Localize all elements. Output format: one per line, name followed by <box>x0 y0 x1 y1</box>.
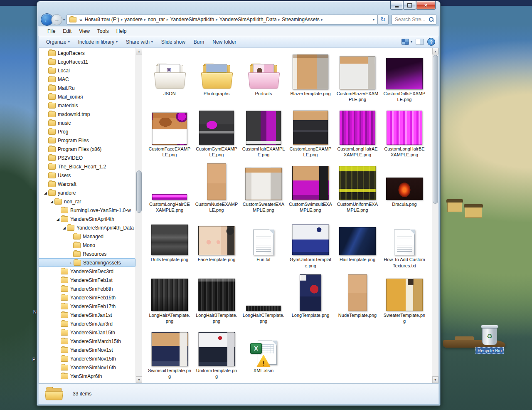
file-item[interactable]: X!XML.xlsm <box>241 328 286 379</box>
tree-item-prog[interactable]: Prog <box>39 127 135 136</box>
tree-item-mac[interactable]: MAC <box>39 75 135 84</box>
forward-button[interactable]: → <box>51 14 62 25</box>
file-item[interactable]: LongHairATemplate.png <box>147 273 192 324</box>
toolbar-burn[interactable]: Burn <box>190 38 208 46</box>
toolbar-new-folder[interactable]: New folder <box>208 38 240 46</box>
file-item[interactable]: CustomLongEXAMPLE.png <box>288 106 333 158</box>
tree-item-yanderesimapril4th-data[interactable]: ◢YandereSimApril4th_Data <box>39 223 135 232</box>
file-item[interactable]: Photographs <box>194 51 239 102</box>
toolbar-share-with[interactable]: Share with▾ <box>122 38 157 46</box>
toolbar-organize[interactable]: Organize▾ <box>42 38 74 46</box>
tree-item-legoraces11[interactable]: LegoRaces11 <box>39 57 135 66</box>
file-item[interactable]: NudeTemplate.png <box>335 273 380 324</box>
tree-item-yanderesimnov1st[interactable]: YandereSimNov1st <box>39 346 135 354</box>
menu-edit[interactable]: Edit <box>59 27 75 35</box>
breadcrumb-overflow-chevrons[interactable]: « <box>79 17 83 22</box>
minimize-button[interactable] <box>390 1 403 10</box>
expanded-arrow-icon[interactable]: ◢ <box>49 200 54 204</box>
refresh-button[interactable]: ↻ <box>378 15 389 25</box>
file-item[interactable]: LongHairBTemplate.png <box>194 273 239 324</box>
toolbar-slide-show[interactable]: Slide show <box>157 38 190 46</box>
tree-item-streamingassets[interactable]: ▸StreamingAssets <box>39 258 135 267</box>
file-item[interactable]: GymUniformTemplate.png <box>288 217 333 268</box>
file-item[interactable]: JSON <box>147 51 192 102</box>
tree-item-managed[interactable]: Managed <box>39 232 135 241</box>
scroll-down-icon[interactable]: ▼ <box>432 376 438 383</box>
menu-view[interactable]: View <box>75 27 94 35</box>
main-scroll-thumb[interactable] <box>433 55 438 204</box>
menu-tools[interactable]: Tools <box>94 27 113 35</box>
file-item[interactable]: LongTemplate.png <box>288 273 333 324</box>
file-item[interactable]: CustomLongHairBEXAMPLE.png <box>382 106 427 158</box>
file-item[interactable]: How To Add Custom Textures.txt <box>382 217 427 268</box>
tree-item-yandere[interactable]: ◢yandere <box>39 188 135 197</box>
breadcrumb-segment[interactable]: YandereSimApril4th_Data <box>218 17 278 22</box>
tree-item-yanderesimmarch15th[interactable]: YandereSimMarch15th <box>39 337 135 346</box>
main-scroll-track[interactable] <box>432 54 438 376</box>
file-item[interactable]: Fun.txt <box>241 217 286 268</box>
tree-item-users[interactable]: Users <box>39 171 135 180</box>
search-box[interactable] <box>392 15 436 25</box>
tree-item-program-files[interactable]: Program Files <box>39 136 135 145</box>
tree-item-mono[interactable]: Mono <box>39 241 135 249</box>
tree-item-warcraft[interactable]: Warcraft <box>39 180 135 188</box>
main-scrollbar[interactable]: ▲ ▼ <box>432 48 438 383</box>
breadcrumb-segment[interactable]: yandere <box>123 17 144 22</box>
file-item[interactable]: UniformTemplate.png <box>194 328 239 379</box>
tree-item-local[interactable]: Local <box>39 66 135 75</box>
toolbar-include-in-library[interactable]: Include in library▾ <box>74 38 122 46</box>
preview-pane-icon[interactable] <box>416 39 424 45</box>
menu-help[interactable]: Help <box>113 27 131 35</box>
tree-item-materials[interactable]: materials <box>39 101 135 110</box>
tree-item-yansimapr6th[interactable]: YanSimApr6th <box>39 372 135 380</box>
title-bar[interactable]: × <box>38 1 439 14</box>
breadcrumb-segment[interactable]: Новый том (E:) <box>83 17 121 22</box>
file-item[interactable]: CustomDrillsEXAMPLE.png <box>382 51 427 102</box>
breadcrumb-segment[interactable]: StreamingAssets <box>280 17 321 22</box>
menu-file[interactable]: File <box>44 27 59 35</box>
maximize-button[interactable] <box>403 1 416 10</box>
tree-item-burninglove-yansim-1-0-w[interactable]: BurningLove-YanSim-1.0-w <box>39 206 135 215</box>
file-item[interactable]: CustomSweaterEXAMPLE.png <box>241 162 286 213</box>
tree-item-yanderesimapril4th[interactable]: ◢YandereSimApril4th <box>39 215 135 223</box>
scroll-down-icon[interactable]: ▼ <box>136 376 142 383</box>
tree-item-yanderesimfeb8th[interactable]: YandereSimFeb8th <box>39 284 135 293</box>
expanded-arrow-icon[interactable]: ◢ <box>43 191 48 195</box>
history-dropdown-icon[interactable]: ▾ <box>62 18 66 22</box>
file-item[interactable]: CustomFaceEXAMPLE.png <box>147 106 192 158</box>
file-item[interactable]: BlazerTemplate.png <box>288 51 333 102</box>
file-item[interactable]: CustomBlazerEXAMPLE.png <box>335 51 380 102</box>
file-item[interactable]: CustomGymEXAMPLE.png <box>194 106 239 158</box>
file-item[interactable]: DrillsTemplate.png <box>147 217 192 268</box>
address-dropdown-icon[interactable]: ▾ <box>371 18 377 22</box>
collapsed-arrow-icon[interactable]: ▸ <box>68 261 74 265</box>
change-view-dropdown-icon[interactable]: ▾ <box>411 40 412 44</box>
file-item[interactable]: CustomNudeEXAMPLE.png <box>194 162 239 213</box>
expanded-arrow-icon[interactable]: ◢ <box>55 217 61 221</box>
tree-item-yanderesimdec3rd[interactable]: YandereSimDec3rd <box>39 267 135 276</box>
file-item[interactable]: SweaterTemplate.png <box>382 273 427 324</box>
tree-item-yanderesimnov16th[interactable]: YandereSimNov16th <box>39 363 135 372</box>
breadcrumb[interactable]: « Новый том (E:)▸yandere▸non_rar▸Yandere… <box>66 15 378 25</box>
tree-item-legoracers[interactable]: LegoRacers <box>39 49 135 57</box>
recycle-bin[interactable]: ♻ Recycle Bin <box>470 327 510 354</box>
tree-item-resources[interactable]: Resources <box>39 249 135 258</box>
file-item[interactable]: CustomHairEXAMPLE.png <box>241 106 286 158</box>
breadcrumb-separator-icon[interactable]: ▸ <box>321 17 323 22</box>
search-input[interactable] <box>394 16 429 23</box>
tree-item-yanderesimfeb15th[interactable]: YandereSimFeb15th <box>39 293 135 302</box>
close-button[interactable]: × <box>416 1 436 10</box>
tree-item-mail[interactable]: Mail_копия <box>39 92 135 101</box>
tree-scroll-thumb[interactable] <box>136 170 142 213</box>
file-item[interactable]: Portraits <box>241 51 286 102</box>
file-item[interactable]: CustomSwimsuitEXAMPLE.png <box>288 162 333 213</box>
tree-item-yanderesimfeb1st[interactable]: YandereSimFeb1st <box>39 276 135 284</box>
tree-item-non-rar[interactable]: ◢non_rar <box>39 197 135 206</box>
tree-item-mail-ru[interactable]: Mail.Ru <box>39 84 135 92</box>
file-item[interactable]: CustomLongHairCEXAMPLE.png <box>147 162 192 213</box>
tree-item-music[interactable]: music <box>39 119 135 127</box>
search-icon[interactable] <box>429 17 434 22</box>
tree-item-ps2video[interactable]: PS2VIDEO <box>39 153 135 162</box>
file-item[interactable]: FaceTemplate.png <box>194 217 239 268</box>
expanded-arrow-icon[interactable]: ◢ <box>62 226 67 230</box>
